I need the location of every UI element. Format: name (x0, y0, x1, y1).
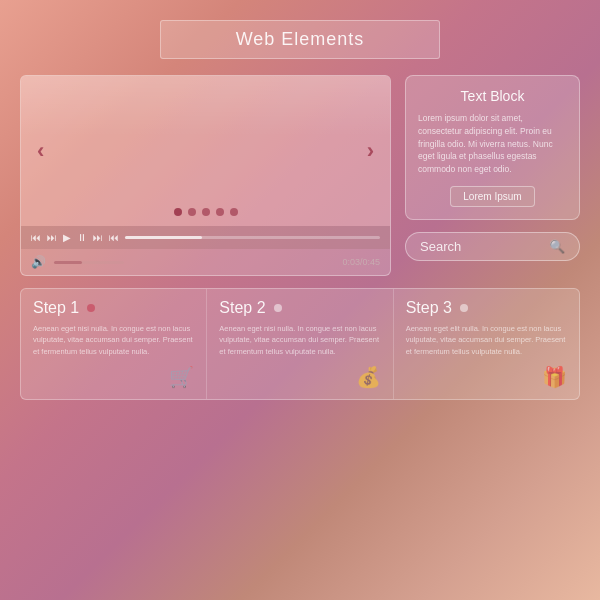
step-1-title: Step 1 (33, 299, 79, 317)
step-3: Step 3 Aenean eget elit nulla. In congue… (394, 289, 579, 399)
right-panel: Text Block Lorem ipsum dolor sit amet, c… (405, 75, 580, 276)
step-2-title: Step 2 (219, 299, 265, 317)
slider-dot[interactable] (202, 208, 210, 216)
play-btn[interactable]: ▶ (63, 232, 71, 243)
cart-icon: 🛒 (169, 365, 194, 389)
step-2-desc: Aenean eget nisi nulla. In congue est no… (219, 323, 380, 357)
step-2-dot (274, 304, 282, 312)
media-controls: ⏮ ⏭ ▶ ⏸ ⏭ ⏮ (21, 226, 390, 249)
text-block: Text Block Lorem ipsum dolor sit amet, c… (405, 75, 580, 220)
step-3-header: Step 3 (406, 299, 567, 317)
volume-bar[interactable] (54, 261, 124, 264)
next-btn[interactable]: ⏮ (109, 232, 119, 243)
step-1-icon-area: 🛒 (33, 365, 194, 389)
volume-row: 🔊 0:03/0:45 (21, 249, 390, 275)
step-3-title: Step 3 (406, 299, 452, 317)
time-label: 0:03/0:45 (342, 257, 380, 267)
main-row: ‹ › ⏮ ⏭ ▶ ⏸ ⏭ ⏮ (20, 75, 580, 276)
slider-left-arrow[interactable]: ‹ (37, 138, 44, 164)
slider-dot[interactable] (230, 208, 238, 216)
slider-dot[interactable] (174, 208, 182, 216)
title-banner: Web Elements (160, 20, 440, 59)
prev-btn[interactable]: ⏮ (31, 232, 41, 243)
money-icon: 💰 (356, 365, 381, 389)
forward-btn[interactable]: ⏭ (93, 232, 103, 243)
search-container: Search 🔍 (405, 232, 580, 261)
lorem-ipsum-button[interactable]: Lorem Ipsum (450, 186, 534, 207)
steps-row: Step 1 Aenean eget nisi nulla. In congue… (20, 288, 580, 400)
progress-fill (125, 236, 202, 239)
slider-dot[interactable] (216, 208, 224, 216)
slider-dot[interactable] (188, 208, 196, 216)
slider-dots (174, 208, 238, 216)
search-icon: 🔍 (549, 239, 565, 254)
page-title: Web Elements (236, 29, 365, 49)
step-1-desc: Aenean eget nisi nulla. In congue est no… (33, 323, 194, 357)
step-3-desc: Aenean eget elit nulla. In congue est no… (406, 323, 567, 357)
text-block-body: Lorem ipsum dolor sit amet, consectetur … (418, 112, 567, 176)
slider-panel: ‹ › ⏮ ⏭ ▶ ⏸ ⏭ ⏮ (20, 75, 391, 276)
gift-icon: 🎁 (542, 365, 567, 389)
step-1-dot (87, 304, 95, 312)
volume-icon: 🔊 (31, 255, 46, 269)
rewind-btn[interactable]: ⏭ (47, 232, 57, 243)
search-box[interactable]: Search 🔍 (405, 232, 580, 261)
step-2: Step 2 Aenean eget nisi nulla. In congue… (207, 289, 393, 399)
slider-right-arrow[interactable]: › (367, 138, 374, 164)
step-3-dot (460, 304, 468, 312)
step-1-header: Step 1 (33, 299, 194, 317)
step-2-icon-area: 💰 (219, 365, 380, 389)
volume-fill (54, 261, 82, 264)
step-2-header: Step 2 (219, 299, 380, 317)
step-3-icon-area: 🎁 (406, 365, 567, 389)
progress-bar[interactable] (125, 236, 380, 239)
page-wrapper: Web Elements ‹ › ⏮ ⏭ ▶ ⏸ (0, 0, 600, 600)
search-input[interactable]: Search (420, 239, 541, 254)
step-1: Step 1 Aenean eget nisi nulla. In congue… (21, 289, 207, 399)
pause-btn[interactable]: ⏸ (77, 232, 87, 243)
slider-viewport: ‹ › (21, 76, 390, 226)
text-block-title: Text Block (418, 88, 567, 104)
